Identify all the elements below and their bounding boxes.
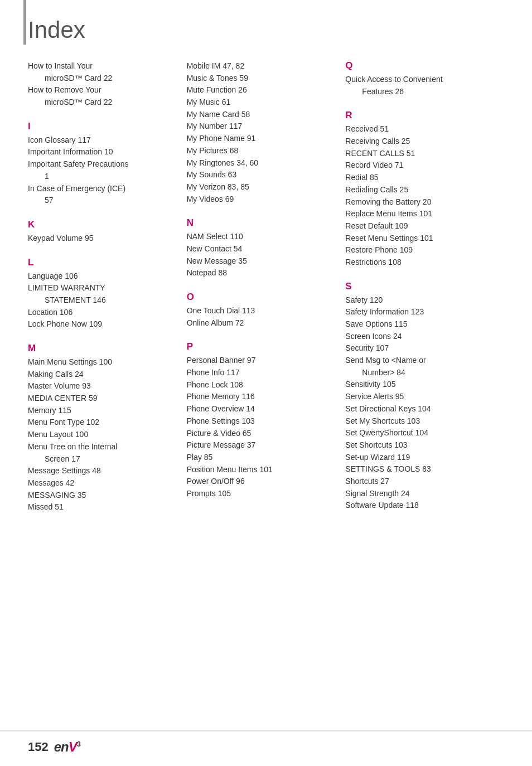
- entry: Language 106: [28, 270, 176, 283]
- footer-page-number: 152: [28, 740, 49, 754]
- entry: My Ringtones 34, 60: [187, 157, 335, 169]
- entry: Screen Icons 24: [345, 331, 493, 343]
- section-letter-r: R: [345, 110, 493, 121]
- entry: Phone Info 117: [187, 367, 335, 379]
- entry: Notepad 88: [187, 267, 335, 279]
- entry: Save Options 115: [345, 318, 493, 331]
- entry: Menu Tree on the Internal Screen 17: [28, 441, 176, 465]
- entry: Play 85: [187, 452, 335, 464]
- page-title: Index: [28, 17, 504, 43]
- entry: One Touch Dial 113: [187, 305, 335, 317]
- page: Index How to Install Your microSD™ Card …: [0, 0, 532, 766]
- section-letter-s: S: [345, 281, 493, 292]
- entry: Master Volume 93: [28, 380, 176, 392]
- entry: How to Remove Your microSD™ Card 22: [28, 84, 176, 108]
- entry: Reset Default 109: [345, 220, 493, 232]
- entry: Received 51: [345, 123, 493, 135]
- column-1: How to Install Your microSD™ Card 22 How…: [28, 60, 187, 526]
- entry: Messages 42: [28, 477, 176, 489]
- entry: Safety Information 123: [345, 306, 493, 318]
- entry: Receiving Calls 25: [345, 135, 493, 148]
- entry: Reset Menu Settings 101: [345, 232, 493, 245]
- section-n: N NAM Select 110 New Contact 54 New Mess…: [187, 217, 335, 279]
- entry: Power On/Off 96: [187, 476, 335, 488]
- entry: Signal Strength 24: [345, 488, 493, 500]
- entry: How to Install Your microSD™ Card 22: [28, 60, 176, 84]
- entry: Mute Function 26: [187, 84, 335, 96]
- entry: Restrictions 108: [345, 256, 493, 269]
- section-s: S Safety 120 Safety Information 123 Save…: [345, 281, 493, 512]
- entry: Software Update 118: [345, 500, 493, 512]
- entry-indent: 1: [28, 171, 176, 183]
- footer-logo-en: en: [54, 739, 69, 754]
- entry: Online Album 72: [187, 317, 335, 329]
- entry: My Pictures 68: [187, 145, 335, 157]
- entry: NAM Select 110: [187, 231, 335, 243]
- section-m: M Main Menu Settings 100 Making Calls 24…: [28, 343, 176, 513]
- section-r: R Received 51 Receiving Calls 25 RECENT …: [345, 110, 493, 268]
- entry: Keypad Volume 95: [28, 232, 176, 245]
- section-letter-l: L: [28, 257, 176, 268]
- column-3: Q Quick Access to Convenient Features 26…: [345, 60, 504, 526]
- entry-indent: 57: [28, 195, 176, 207]
- left-bar-decoration: [23, 0, 26, 45]
- section-no-letter-1: How to Install Your microSD™ Card 22 How…: [28, 60, 176, 109]
- entry: New Message 35: [187, 255, 335, 268]
- section-letter-q: Q: [345, 60, 493, 71]
- entry: RECENT CALLS 51: [345, 148, 493, 160]
- entry: My Sounds 63: [187, 169, 335, 181]
- entry: My Phone Name 91: [187, 133, 335, 145]
- entry: Phone Memory 116: [187, 391, 335, 403]
- page-footer: 152 enV3: [0, 730, 532, 755]
- entry: Restore Phone 109: [345, 244, 493, 256]
- section-k: K Keypad Volume 95: [28, 219, 176, 245]
- entry: Record Video 71: [345, 159, 493, 172]
- section-letter-m: M: [28, 343, 176, 354]
- section-l: L Language 106 LIMITED WARRANTY STATEMEN…: [28, 257, 176, 331]
- entry-indent: microSD™ Card 22: [28, 72, 176, 85]
- entry: Phone Lock 108: [187, 379, 335, 391]
- entry: Phone Settings 103: [187, 415, 335, 428]
- entry: MEDIA CENTER 59: [28, 392, 176, 405]
- index-columns: How to Install Your microSD™ Card 22 How…: [28, 60, 504, 526]
- section-letter-p: P: [187, 341, 335, 352]
- entry: Important Information 10: [28, 146, 176, 158]
- footer-logo-v: V: [69, 739, 77, 754]
- entry: Location 106: [28, 307, 176, 319]
- entry: Personal Banner 97: [187, 355, 335, 367]
- entry: My Videos 69: [187, 193, 335, 206]
- entry-indent: Screen 17: [28, 453, 176, 466]
- entry: Safety 120: [345, 294, 493, 307]
- section-letter-k: K: [28, 219, 176, 230]
- section-m-cont: Mobile IM 47, 82 Music & Tones 59 Mute F…: [187, 60, 335, 205]
- entry: Service Alerts 95: [345, 391, 493, 403]
- entry: Sensitivity 105: [345, 379, 493, 391]
- entry: Missed 51: [28, 501, 176, 513]
- entry: Important Safety Precautions 1: [28, 158, 176, 182]
- entry: Picture & Video 65: [187, 428, 335, 440]
- section-letter-n: N: [187, 217, 335, 229]
- entry: Memory 115: [28, 405, 176, 417]
- section-i: I Icon Glossary 117 Important Informatio…: [28, 121, 176, 207]
- entry: Replace Menu Items 101: [345, 208, 493, 220]
- entry: Music & Tones 59: [187, 72, 335, 85]
- entry-indent: Features 26: [345, 86, 493, 98]
- entry: Send Msg to <Name or Number> 84: [345, 355, 493, 379]
- entry: Redial 85: [345, 172, 493, 184]
- entry: Picture Message 37: [187, 439, 335, 452]
- section-letter-o: O: [187, 292, 335, 303]
- entry: SETTINGS & TOOLS 83: [345, 463, 493, 476]
- entry: Mobile IM 47, 82: [187, 60, 335, 72]
- entry: Icon Glossary 117: [28, 134, 176, 147]
- entry-indent: Number> 84: [345, 367, 493, 379]
- section-p: P Personal Banner 97 Phone Info 117 Phon…: [187, 341, 335, 500]
- entry: Set Shortcuts 103: [345, 439, 493, 452]
- entry: Menu Layout 100: [28, 429, 176, 441]
- entry: Removing the Battery 20: [345, 196, 493, 209]
- entry: Set Directional Keys 104: [345, 403, 493, 415]
- entry: LIMITED WARRANTY STATEMENT 146: [28, 282, 176, 306]
- entry: New Contact 54: [187, 243, 335, 255]
- footer-logo: enV3: [54, 739, 80, 755]
- entry: MESSAGING 35: [28, 489, 176, 502]
- entry-indent: STATEMENT 146: [28, 294, 176, 307]
